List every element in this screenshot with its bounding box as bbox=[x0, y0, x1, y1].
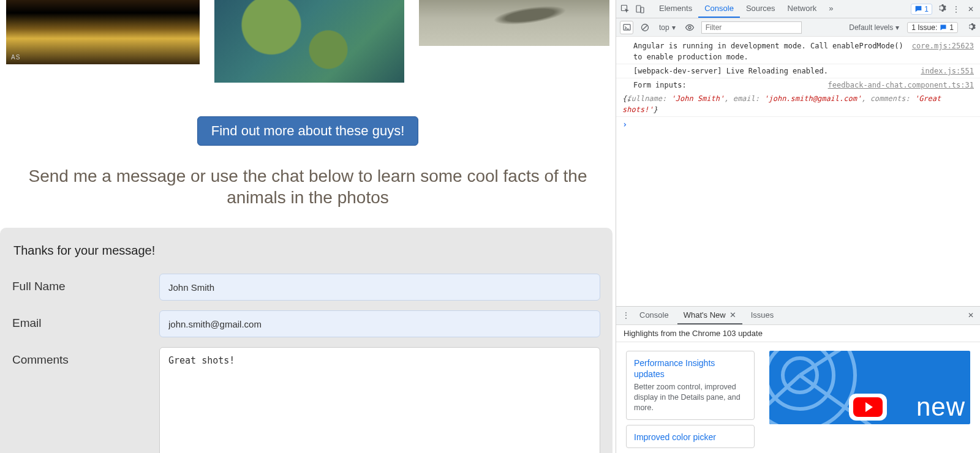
youtube-play-icon bbox=[849, 394, 887, 421]
find-out-more-button[interactable]: Find out more about these guys! bbox=[197, 116, 419, 146]
thanks-message: Thanks for your message! bbox=[12, 244, 600, 258]
settings-icon[interactable] bbox=[936, 3, 947, 15]
email-input[interactable] bbox=[159, 310, 600, 337]
live-expression-icon[interactable] bbox=[683, 21, 696, 34]
drawer-menu-icon[interactable]: ⋮ bbox=[620, 311, 631, 320]
image-gallery bbox=[0, 0, 616, 83]
console-log-row: index.js:551 [webpack-dev-server] Live R… bbox=[616, 64, 980, 78]
whatsnew-card[interactable]: Performance Insights updates Better zoom… bbox=[626, 351, 755, 420]
whatsnew-subtitle: Highlights from the Chrome 103 update bbox=[616, 325, 980, 342]
execution-context-label: top bbox=[659, 23, 669, 32]
messages-badge[interactable]: 1 bbox=[911, 4, 932, 15]
svg-rect-1 bbox=[636, 6, 641, 12]
expand-object-icon[interactable]: ▸ bbox=[627, 94, 631, 105]
log-text: Angular is running in development mode. … bbox=[633, 42, 903, 61]
drawer-tab-whatsnew[interactable]: What's New ✕ bbox=[677, 307, 742, 324]
tab-console[interactable]: Console bbox=[698, 0, 740, 18]
source-link[interactable]: index.js:551 bbox=[921, 66, 974, 77]
console-log-row: core.mjs:25623 Angular is running in dev… bbox=[616, 39, 980, 64]
fullname-input[interactable] bbox=[159, 274, 600, 301]
chevron-down-icon: ▾ bbox=[895, 23, 899, 32]
contact-heading: Send me a message or use the chat below … bbox=[0, 165, 616, 208]
svg-rect-2 bbox=[641, 7, 644, 13]
more-options-icon[interactable]: ⋮ bbox=[951, 5, 962, 13]
device-toolbar-icon[interactable] bbox=[635, 4, 646, 15]
card-title: Performance Insights updates bbox=[634, 358, 747, 380]
tab-network[interactable]: Network bbox=[782, 0, 823, 18]
tab-sources[interactable]: Sources bbox=[740, 0, 782, 18]
devtools-panel: Elements Console Sources Network » 1 ⋮ ✕ bbox=[616, 0, 980, 453]
chevron-down-icon: ▾ bbox=[672, 23, 676, 32]
fullname-label: Full Name bbox=[12, 274, 159, 293]
gallery-photo bbox=[214, 0, 405, 83]
close-tab-icon[interactable]: ✕ bbox=[729, 310, 736, 320]
svg-point-5 bbox=[688, 26, 691, 29]
issues-chip[interactable]: 1 Issue: 1 bbox=[907, 22, 958, 33]
card-description: Better zoom control, improved display in… bbox=[634, 382, 747, 413]
feedback-form: Thanks for your message! Full Name Email… bbox=[0, 228, 612, 453]
source-link[interactable]: feedback-and-chat.component.ts:31 bbox=[828, 80, 974, 91]
email-label: Email bbox=[12, 310, 159, 330]
drawer-tab-label: What's New bbox=[684, 310, 726, 320]
devtools-top-toolbar: Elements Console Sources Network » 1 ⋮ ✕ bbox=[616, 0, 980, 18]
inspect-element-icon[interactable] bbox=[620, 4, 631, 15]
console-toolbar: top ▾ Default levels ▾ 1 Issue: 1 bbox=[616, 18, 980, 37]
devtools-close-icon[interactable]: ✕ bbox=[965, 5, 976, 13]
source-link[interactable]: core.mjs:25623 bbox=[912, 40, 974, 51]
console-log-row: feedback-and-chat.component.ts:31 Form i… bbox=[616, 78, 980, 92]
tab-more[interactable]: » bbox=[823, 0, 839, 18]
whatsnew-promo[interactable]: new bbox=[769, 351, 970, 424]
comments-textarea[interactable] bbox=[159, 347, 600, 453]
drawer-tab-console[interactable]: Console bbox=[633, 307, 675, 324]
card-title: Improved color picker bbox=[634, 432, 747, 443]
log-levels-selector[interactable]: Default levels ▾ bbox=[846, 23, 902, 32]
console-object-row: ▸ {fullname: 'John Smith', email: 'john.… bbox=[616, 92, 980, 117]
issues-label: 1 Issue: bbox=[911, 23, 937, 32]
gallery-photo bbox=[419, 0, 609, 46]
messages-count: 1 bbox=[924, 5, 929, 13]
console-sidebar-toggle-icon[interactable] bbox=[620, 21, 633, 34]
console-prompt[interactable] bbox=[616, 117, 980, 132]
whatsnew-card[interactable]: Improved color picker bbox=[626, 425, 755, 448]
clear-console-icon[interactable] bbox=[638, 21, 652, 34]
devtools-drawer: ⋮ Console What's New ✕ Issues ✕ Highligh… bbox=[616, 306, 980, 453]
comments-label: Comments bbox=[12, 347, 159, 367]
console-filter-input[interactable] bbox=[701, 21, 802, 34]
drawer-close-icon[interactable]: ✕ bbox=[965, 311, 976, 320]
log-levels-label: Default levels bbox=[849, 23, 893, 32]
gallery-photo bbox=[6, 0, 200, 64]
console-settings-icon[interactable] bbox=[965, 22, 976, 33]
drawer-tab-issues[interactable]: Issues bbox=[745, 307, 780, 324]
log-text: Form inputs: bbox=[633, 81, 687, 89]
issues-count: 1 bbox=[949, 23, 954, 32]
promo-text: new bbox=[916, 392, 965, 422]
console-output[interactable]: core.mjs:25623 Angular is running in dev… bbox=[616, 37, 980, 306]
tab-elements[interactable]: Elements bbox=[653, 0, 698, 18]
execution-context-selector[interactable]: top ▾ bbox=[657, 23, 678, 32]
log-text: [webpack-dev-server] Live Reloading enab… bbox=[633, 67, 828, 75]
